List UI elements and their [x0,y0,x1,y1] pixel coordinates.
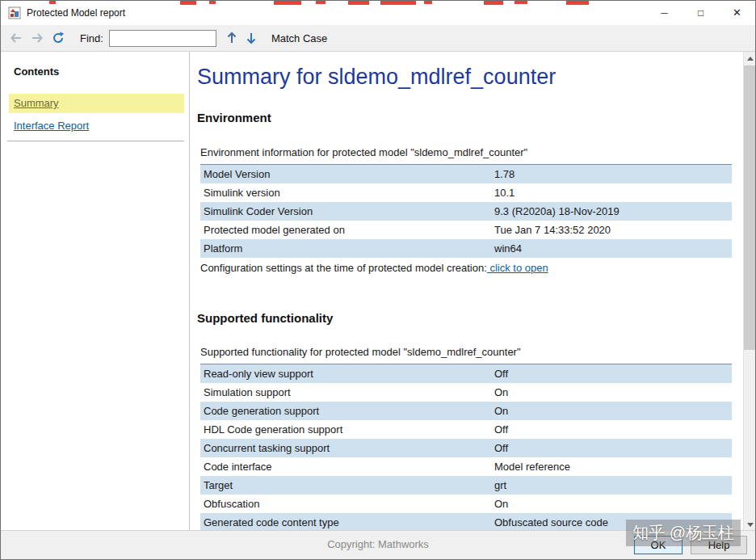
page-title: Summary for sldemo_mdlref_counter [197,64,732,90]
row-value: Model reference [493,457,732,476]
app-icon [8,6,21,19]
row-value: Off [493,439,732,457]
contents-header: Contents [14,65,189,78]
match-case-toggle[interactable]: Match Case [271,32,327,44]
configuration-settings-text: Configuration settings at the time of pr… [200,262,487,274]
toolbar: Find: Match Case [1,25,755,52]
row-key: Read-only view support [200,364,493,383]
configuration-settings-line: Configuration settings at the time of pr… [200,263,732,274]
row-key: Simulink version [200,183,493,202]
table-row: Code generation support On [200,402,732,420]
table-row: Code interface Model reference [200,457,732,476]
vertical-scrollbar[interactable] [743,52,755,532]
protected-model-report-window: Protected Model report ─ □ ✕ Find: Matc [0,0,756,560]
row-key: Platform [200,239,493,258]
watermark: 知乎 @杨玉柱 [626,520,741,546]
row-value: 9.3 (R2020a) 18-Nov-2019 [493,202,732,221]
environment-heading: Environment [197,112,732,124]
row-value: 1.78 [493,165,732,183]
row-value: On [493,383,732,402]
row-key: Simulink Coder Version [200,202,493,221]
table-row: Read-only view support Off [200,364,732,383]
row-key: Protected model generated on [200,221,493,239]
supported-functionality-table: Read-only view support Off Simulation su… [200,364,732,532]
sidebar-item-interface-report[interactable]: Interface Report [9,117,184,135]
forward-icon[interactable] [28,29,46,47]
row-key: Target [200,476,493,495]
table-row: Simulink version 10.1 [200,183,732,202]
row-key: Concurrent tasking support [200,439,493,457]
row-key: Code interface [200,457,493,476]
table-row: Platform win64 [200,239,732,258]
row-key: Model Version [200,165,493,183]
find-label: Find: [80,32,103,44]
back-icon[interactable] [7,29,25,47]
click-to-open-link[interactable]: click to open [487,262,548,274]
table-row: HDL Code generation support Off [200,420,732,439]
find-input[interactable] [109,30,216,47]
table-row: Model Version 1.78 [200,165,732,183]
window-controls: ─ □ ✕ [646,1,755,25]
environment-intro: Environment information for protected mo… [200,147,732,158]
table-row: Simulation support On [200,383,732,402]
contents-sidebar: Contents Summary Interface Report [1,52,190,532]
maximize-button[interactable]: □ [682,1,719,25]
row-value: 10.1 [493,183,732,202]
supported-functionality-intro: Supported functionality for protected mo… [200,347,732,358]
environment-table: Model Version 1.78 Simulink version 10.1… [200,164,732,258]
row-value: grt [493,476,732,495]
row-value: On [493,495,732,513]
find-next-icon[interactable] [242,29,260,47]
close-button[interactable]: ✕ [719,1,755,25]
row-value: Off [493,420,732,439]
find-previous-icon[interactable] [223,29,241,47]
row-key: Generated code content type [200,513,493,532]
table-row: Obfuscation On [200,495,732,513]
report-content: Summary for sldemo_mdlref_counter Enviro… [190,52,743,532]
table-row: Simulink Coder Version 9.3 (R2020a) 18-N… [200,202,732,221]
scroll-up-icon[interactable] [744,52,756,65]
window-title: Protected Model report [27,7,125,19]
sidebar-divider [7,141,184,141]
table-row: Target grt [200,476,732,495]
row-value: Tue Jan 7 14:33:52 2020 [493,221,732,239]
row-key: Simulation support [200,383,493,402]
scrollbar-thumb[interactable] [744,65,756,350]
main-body: Contents Summary Interface Report Summar… [1,52,755,532]
row-value: win64 [493,239,732,258]
row-key: HDL Code generation support [200,420,493,439]
table-row: Concurrent tasking support Off [200,439,732,457]
sidebar-item-summary[interactable]: Summary [9,94,184,113]
row-key: Obfuscation [200,495,493,513]
titlebar: Protected Model report ─ □ ✕ [1,1,755,25]
row-value: On [493,402,732,420]
table-row: Protected model generated on Tue Jan 7 1… [200,221,732,239]
row-value: Off [493,364,732,383]
refresh-icon[interactable] [49,29,67,47]
supported-functionality-heading: Supported functionality [197,312,732,324]
row-key: Code generation support [200,402,493,420]
minimize-button[interactable]: ─ [646,1,682,25]
